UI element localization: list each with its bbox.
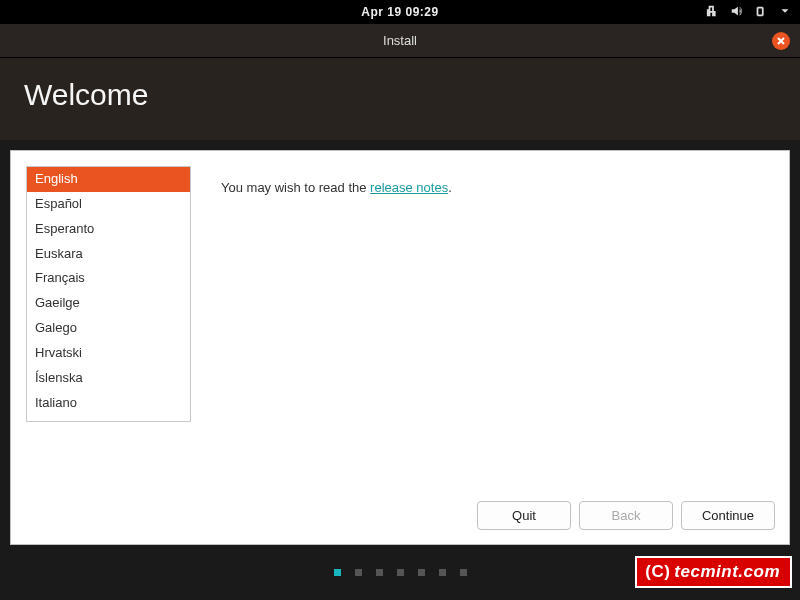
menu-arrow-icon[interactable] [778,4,792,21]
system-bar: Apr 19 09:29 [0,0,800,24]
page-title: Welcome [24,78,776,112]
progress-dot [439,569,446,576]
language-item[interactable]: Français [27,266,190,291]
language-item[interactable]: Euskara [27,242,190,267]
progress-dot [376,569,383,576]
clock: Apr 19 09:29 [361,5,438,19]
window-title: Install [383,33,417,48]
watermark-prefix: (C) [645,562,670,581]
watermark: (C)tecmint.com [635,556,792,588]
language-item[interactable]: Gaeilge [27,291,190,316]
release-notes-link[interactable]: release notes [370,180,448,195]
notes-suffix: . [448,180,452,195]
language-item[interactable]: Esperanto [27,217,190,242]
quit-button[interactable]: Quit [477,501,571,530]
language-item[interactable]: Galego [27,316,190,341]
battery-icon[interactable] [754,4,768,21]
system-tray[interactable] [706,0,792,24]
close-icon [777,37,785,45]
language-item[interactable]: English [27,167,190,192]
header: Welcome [0,58,800,140]
language-item[interactable]: Hrvatski [27,341,190,366]
watermark-text: tecmint.com [674,562,780,581]
language-item[interactable]: Íslenska [27,366,190,391]
close-button[interactable] [772,32,790,50]
volume-icon[interactable] [730,4,744,21]
language-item[interactable]: Español [27,192,190,217]
notes-prefix: You may wish to read the [221,180,370,195]
content-panel: EnglishEspañolEsperantoEuskaraFrançaisGa… [10,150,790,545]
titlebar: Install [0,24,800,58]
language-item[interactable]: Kurdî [27,415,190,422]
progress-dot [397,569,404,576]
network-icon[interactable] [706,4,720,21]
progress-dot [334,569,341,576]
release-notes-text: You may wish to read the release notes. [221,166,452,195]
button-row: Quit Back Continue [477,501,775,530]
progress-dot [460,569,467,576]
back-button: Back [579,501,673,530]
continue-button[interactable]: Continue [681,501,775,530]
progress-dot [418,569,425,576]
language-item[interactable]: Italiano [27,391,190,416]
progress-dot [355,569,362,576]
language-list[interactable]: EnglishEspañolEsperantoEuskaraFrançaisGa… [26,166,191,422]
